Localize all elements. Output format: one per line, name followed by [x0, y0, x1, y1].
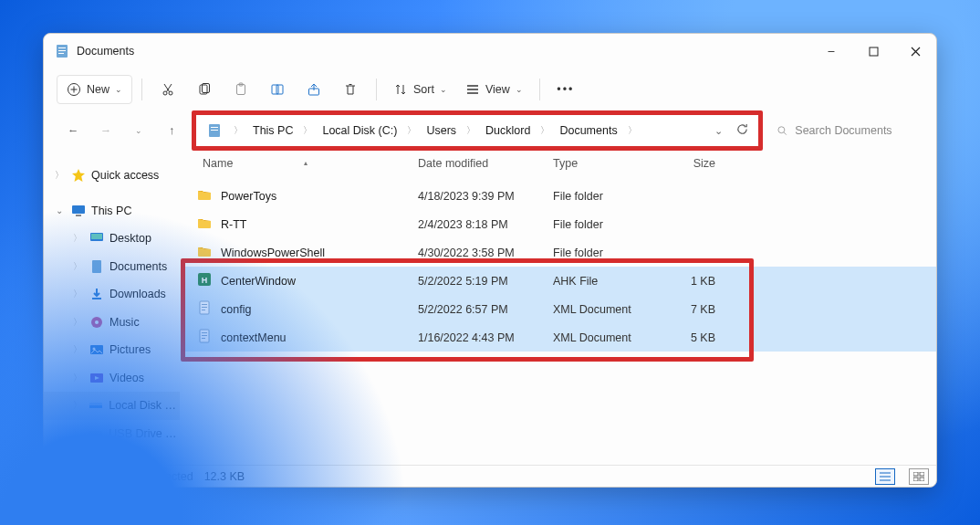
file-date: 5/2/2022 5:19 PM	[418, 275, 553, 288]
file-type: AHK File	[553, 275, 657, 288]
close-button[interactable]	[894, 37, 936, 66]
col-name[interactable]: Name	[203, 157, 233, 170]
svg-rect-42	[202, 335, 207, 336]
file-row[interactable]: R-TT2/4/2023 8:18 PMFile folder	[181, 210, 936, 238]
search-box[interactable]	[770, 117, 925, 144]
file-row[interactable]: PowerToys4/18/2023 9:39 PMFile folder	[181, 182, 936, 210]
col-type[interactable]: Type	[553, 157, 657, 170]
svg-point-25	[91, 317, 102, 328]
up-button[interactable]: ↑	[159, 118, 184, 143]
svg-rect-22	[91, 234, 102, 239]
file-row[interactable]: contextMenu1/16/2022 4:43 PMXML Document…	[181, 323, 936, 352]
back-button[interactable]: ←	[60, 118, 86, 143]
crumb-users[interactable]: Users	[422, 122, 460, 139]
view-button[interactable]: View ⌄	[458, 75, 530, 104]
tree-music[interactable]: 〉 Music	[44, 309, 180, 337]
refresh-button[interactable]	[735, 122, 749, 139]
chevron-right-icon[interactable]: 〉	[464, 124, 478, 137]
svg-rect-36	[200, 301, 209, 314]
svg-rect-20	[76, 215, 81, 216]
tree-downloads[interactable]: 〉 Downloads	[44, 280, 180, 309]
svg-rect-21	[90, 233, 103, 241]
file-name: CenterWindow	[221, 275, 296, 288]
chevron-right-icon[interactable]: 〉	[300, 124, 315, 137]
svg-rect-46	[913, 478, 918, 481]
svg-rect-38	[202, 307, 207, 308]
grid-icon	[913, 472, 924, 481]
file-date: 2/4/2023 8:18 PM	[418, 218, 553, 231]
navigation-pane[interactable]: 〉 Quick access ⌄ This PC 〉 Desktop 〉 Doc…	[44, 151, 181, 465]
file-row[interactable]: WindowsPowerShell4/30/2022 3:58 PMFile f…	[181, 238, 936, 267]
col-date[interactable]: Date modified	[418, 157, 553, 170]
trash-icon	[343, 82, 358, 97]
tree-usb-drive[interactable]: 〉 USB Drive (E:)	[44, 420, 180, 448]
svg-rect-30	[89, 403, 102, 408]
forward-button[interactable]: →	[93, 118, 119, 143]
chevron-right-icon[interactable]: 〉	[625, 124, 640, 137]
svg-rect-13	[276, 85, 283, 94]
col-size[interactable]: Size	[657, 157, 723, 170]
tree-desktop[interactable]: 〉 Desktop	[44, 225, 180, 253]
svg-point-7	[169, 91, 172, 95]
sort-button[interactable]: Sort ⌄	[386, 75, 454, 104]
paste-button[interactable]	[224, 75, 257, 104]
crumb-documents[interactable]: Documents	[556, 122, 620, 139]
more-button[interactable]: •••	[549, 75, 582, 104]
svg-point-6	[163, 91, 167, 95]
star-icon	[71, 168, 86, 183]
svg-rect-45	[920, 472, 924, 476]
new-button[interactable]: New ⌄	[57, 75, 132, 104]
chevron-right-icon[interactable]: 〉	[231, 124, 245, 137]
details-view-button[interactable]	[875, 468, 895, 485]
xml-icon	[197, 329, 212, 346]
file-type: XML Document	[553, 303, 657, 316]
svg-rect-37	[202, 304, 207, 305]
svg-rect-4	[870, 47, 878, 56]
status-bar: 6 items 3 items selected 12.3 KB	[44, 465, 936, 487]
status-selected-count: 3 items selected	[110, 470, 193, 483]
share-button[interactable]	[297, 75, 330, 104]
crumb-local-disk[interactable]: Local Disk (C:)	[318, 122, 401, 139]
tree-videos[interactable]: 〉 Videos	[44, 364, 180, 393]
view-list-icon	[465, 82, 480, 97]
crumb-this-pc[interactable]: This PC	[249, 122, 297, 139]
copy-button[interactable]	[188, 75, 221, 104]
chevron-down-icon[interactable]: ⌄	[714, 125, 723, 137]
cut-button[interactable]	[151, 75, 184, 104]
svg-rect-43	[202, 338, 205, 339]
rename-button[interactable]	[261, 75, 294, 104]
file-list[interactable]: Name▴ Date modified Type Size PowerToys4…	[181, 151, 936, 465]
search-input[interactable]	[793, 123, 919, 138]
column-headers[interactable]: Name▴ Date modified Type Size	[181, 151, 936, 176]
pictures-icon	[89, 342, 104, 357]
delete-button[interactable]	[334, 75, 367, 104]
chevron-right-icon[interactable]: 〉	[537, 124, 552, 137]
recent-button[interactable]: ⌄	[126, 118, 151, 143]
maximize-button[interactable]	[852, 37, 894, 66]
chevron-right-icon[interactable]: 〉	[404, 124, 419, 137]
music-icon	[89, 315, 104, 330]
svg-rect-1	[58, 47, 66, 48]
tree-local-disk[interactable]: 〉 Local Disk (C:)	[44, 392, 180, 420]
rename-icon	[270, 82, 285, 97]
svg-point-26	[95, 320, 99, 324]
title-bar[interactable]: Documents –	[44, 34, 936, 68]
tree-pictures[interactable]: 〉 Pictures	[44, 336, 180, 364]
file-row[interactable]: config5/2/2022 6:57 PMXML Document7 KB	[181, 295, 936, 323]
svg-rect-32	[89, 431, 102, 436]
address-bar[interactable]: 〉 This PC 〉 Local Disk (C:) 〉 Users 〉 Du…	[192, 110, 763, 151]
tree-this-pc[interactable]: ⌄ This PC	[44, 197, 180, 226]
svg-rect-29	[90, 373, 103, 383]
chevron-right-icon: 〉	[53, 169, 66, 182]
svg-rect-44	[913, 472, 918, 476]
file-row[interactable]: HCenterWindow5/2/2022 5:19 PMAHK File1 K…	[181, 267, 936, 295]
svg-rect-2	[58, 50, 66, 51]
file-type: File folder	[553, 218, 657, 231]
tree-documents[interactable]: 〉 Documents	[44, 253, 180, 281]
crumb-ducklord[interactable]: Ducklord	[482, 122, 534, 139]
sort-icon	[393, 82, 408, 97]
minimize-button[interactable]: –	[810, 37, 852, 66]
thumbnails-view-button[interactable]	[909, 468, 929, 485]
file-name: config	[221, 303, 251, 316]
tree-quick-access[interactable]: 〉 Quick access	[44, 162, 180, 190]
